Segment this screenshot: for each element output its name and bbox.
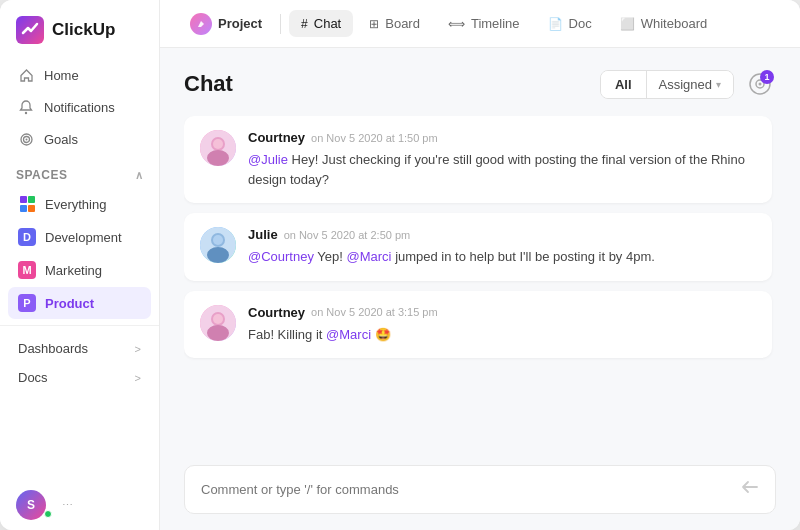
svg-point-15 <box>213 235 223 245</box>
svg-point-1 <box>25 111 27 113</box>
project-label: Project <box>218 16 262 31</box>
avatar <box>200 130 236 166</box>
content-header: Chat All Assigned ▾ <box>184 68 776 100</box>
sidebar-item-notifications-label: Notifications <box>44 100 115 115</box>
message-text: Fab! Killing it @Marci 🤩 <box>248 325 756 345</box>
tabs-bar: Project # Chat ⊞ Board ⟺ Timeline 📄 Doc … <box>160 0 800 48</box>
messages-area: Courtney on Nov 5 2020 at 1:50 pm @Julie… <box>184 116 776 455</box>
page-title: Chat <box>184 71 233 97</box>
clickup-logo-icon <box>16 16 44 44</box>
sidebar-item-home-label: Home <box>44 68 79 83</box>
board-tab-icon: ⊞ <box>369 17 379 31</box>
logo-text: ClickUp <box>52 20 115 40</box>
message-card: Courtney on Nov 5 2020 at 3:15 pm Fab! K… <box>184 291 772 359</box>
sidebar-item-everything[interactable]: Everything <box>8 188 151 220</box>
spaces-list: Everything D Development M Marketing P P… <box>0 186 159 321</box>
notification-badge: 1 <box>760 70 774 84</box>
message-header: Courtney on Nov 5 2020 at 1:50 pm <box>248 130 756 145</box>
message-time: on Nov 5 2020 at 2:50 pm <box>284 229 411 241</box>
tab-timeline[interactable]: ⟺ Timeline <box>436 10 532 37</box>
dashboards-chevron-icon: > <box>135 343 141 355</box>
mention-julie[interactable]: @Julie <box>248 152 288 167</box>
logo: ClickUp <box>0 0 159 56</box>
assigned-chevron-icon: ▾ <box>716 79 721 90</box>
sidebar-item-dashboards[interactable]: Dashboards > <box>8 334 151 363</box>
message-content: Julie on Nov 5 2020 at 2:50 pm @Courtney… <box>248 227 756 267</box>
tab-timeline-label: Timeline <box>471 16 520 31</box>
spaces-collapse-icon[interactable]: ∧ <box>135 169 144 182</box>
project-tab[interactable]: Project <box>180 8 272 40</box>
header-right: All Assigned ▾ 1 <box>600 68 776 100</box>
goals-icon <box>18 131 34 147</box>
mention-marci-2[interactable]: @Marci <box>326 327 371 342</box>
filter-assigned-button[interactable]: Assigned ▾ <box>646 71 733 98</box>
main-panel: Project # Chat ⊞ Board ⟺ Timeline 📄 Doc … <box>160 0 800 530</box>
message-header: Courtney on Nov 5 2020 at 3:15 pm <box>248 305 756 320</box>
app-window: ClickUp Home Notifications Goals <box>0 0 800 530</box>
home-icon <box>18 67 34 83</box>
comment-box <box>184 465 776 514</box>
message-time: on Nov 5 2020 at 1:50 pm <box>311 132 438 144</box>
spaces-header: Spaces ∧ <box>0 158 159 186</box>
marketing-label: Marketing <box>45 263 102 278</box>
content-area: Chat All Assigned ▾ <box>160 48 800 530</box>
sidebar-item-goals-label: Goals <box>44 132 78 147</box>
message-card: Courtney on Nov 5 2020 at 1:50 pm @Julie… <box>184 116 772 203</box>
tab-chat[interactable]: # Chat <box>289 10 353 37</box>
sidebar-item-docs[interactable]: Docs > <box>8 363 151 392</box>
message-author: Courtney <box>248 305 305 320</box>
filter-all-button[interactable]: All <box>601 71 646 98</box>
sidebar-item-marketing[interactable]: M Marketing <box>8 254 151 286</box>
mention-courtney[interactable]: @Courtney <box>248 249 314 264</box>
user-settings-icon[interactable]: ⋯ <box>62 499 73 512</box>
message-text: @Julie Hey! Just checking if you're stil… <box>248 150 756 189</box>
avatar: S <box>16 490 46 520</box>
send-icon[interactable] <box>741 478 759 501</box>
julie-avatar-img <box>200 227 236 263</box>
sidebar-bottom: Dashboards > Docs > <box>0 325 159 396</box>
sidebar-item-product[interactable]: P Product <box>8 287 151 319</box>
sidebar-item-notifications[interactable]: Notifications <box>8 92 151 122</box>
sidebar-user[interactable]: S ⋯ <box>0 480 159 530</box>
dev-icon: D <box>18 228 36 246</box>
product-icon: P <box>18 294 36 312</box>
sidebar-nav: Home Notifications Goals <box>0 56 159 158</box>
project-icon <box>190 13 212 35</box>
tab-whiteboard[interactable]: ⬜ Whiteboard <box>608 10 719 37</box>
message-text: @Courtney Yep! @Marci jumped in to help … <box>248 247 756 267</box>
sidebar-item-home[interactable]: Home <box>8 60 151 90</box>
message-header: Julie on Nov 5 2020 at 2:50 pm <box>248 227 756 242</box>
comment-input[interactable] <box>201 482 731 497</box>
tab-board[interactable]: ⊞ Board <box>357 10 432 37</box>
message-author: Courtney <box>248 130 305 145</box>
tab-doc[interactable]: 📄 Doc <box>536 10 604 37</box>
message-card: Julie on Nov 5 2020 at 2:50 pm @Courtney… <box>184 213 772 281</box>
product-label: Product <box>45 296 94 311</box>
message-time: on Nov 5 2020 at 3:15 pm <box>311 306 438 318</box>
user-status-indicator <box>44 510 52 518</box>
tab-whiteboard-label: Whiteboard <box>641 16 707 31</box>
whiteboard-tab-icon: ⬜ <box>620 17 635 31</box>
message-content: Courtney on Nov 5 2020 at 3:15 pm Fab! K… <box>248 305 756 345</box>
activity-icon-button[interactable]: 1 <box>744 68 776 100</box>
tab-board-label: Board <box>385 16 420 31</box>
bell-icon <box>18 99 34 115</box>
sidebar-item-development[interactable]: D Development <box>8 221 151 253</box>
svg-point-10 <box>207 150 229 166</box>
svg-point-4 <box>25 138 27 140</box>
everything-icon <box>18 195 36 213</box>
avatar <box>200 305 236 341</box>
sidebar: ClickUp Home Notifications Goals <box>0 0 160 530</box>
message-content: Courtney on Nov 5 2020 at 1:50 pm @Julie… <box>248 130 756 189</box>
filter-group: All Assigned ▾ <box>600 70 734 99</box>
sidebar-item-goals[interactable]: Goals <box>8 124 151 154</box>
tab-divider <box>280 14 281 34</box>
svg-point-19 <box>213 314 223 324</box>
tab-doc-label: Doc <box>569 16 592 31</box>
svg-point-11 <box>213 139 223 149</box>
timeline-tab-icon: ⟺ <box>448 17 465 31</box>
courtney-avatar-img <box>200 130 236 166</box>
mention-marci[interactable]: @Marci <box>347 249 392 264</box>
doc-tab-icon: 📄 <box>548 17 563 31</box>
everything-label: Everything <box>45 197 106 212</box>
